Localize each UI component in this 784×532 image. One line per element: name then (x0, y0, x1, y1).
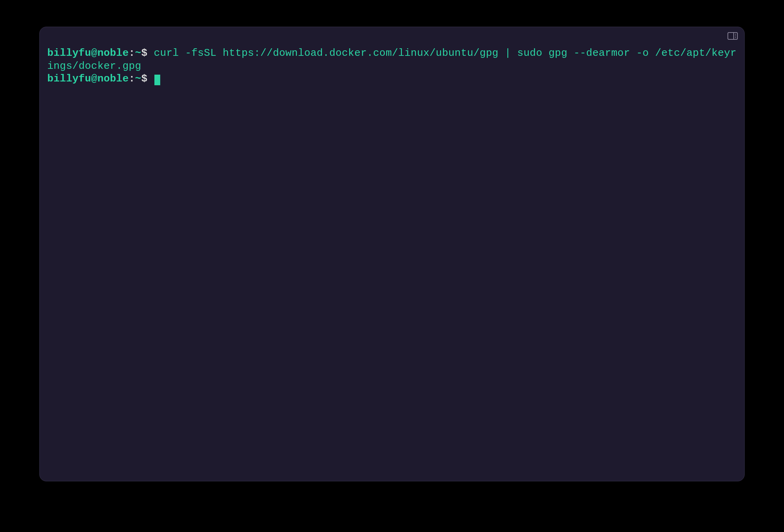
terminal-content[interactable]: billyfu@noble:~$ curl -fsSL https://down… (40, 27, 744, 93)
svg-point-2 (735, 34, 736, 35)
terminal-line-1: billyfu@noble:~$ curl -fsSL https://down… (47, 47, 737, 73)
command-text (148, 73, 154, 85)
cursor (154, 75, 160, 85)
prompt-separator: : (129, 47, 135, 59)
svg-point-4 (735, 37, 736, 38)
panel-toggle-icon[interactable] (727, 32, 738, 40)
terminal-line-2: billyfu@noble:~$ (47, 73, 737, 86)
prompt-user-host: billyfu@noble (47, 73, 129, 85)
terminal-window[interactable]: billyfu@noble:~$ curl -fsSL https://down… (39, 27, 745, 481)
prompt-path: ~ (135, 47, 141, 59)
prompt-symbol: $ (141, 73, 148, 85)
prompt-symbol: $ (141, 47, 148, 59)
svg-point-3 (735, 36, 736, 37)
command-text: curl -fsSL https://download.docker.com/l… (47, 47, 736, 72)
prompt-user-host: billyfu@noble (47, 47, 129, 59)
prompt-path: ~ (135, 73, 141, 85)
svg-rect-0 (728, 33, 737, 39)
prompt-separator: : (129, 73, 135, 85)
window-controls (727, 32, 738, 40)
